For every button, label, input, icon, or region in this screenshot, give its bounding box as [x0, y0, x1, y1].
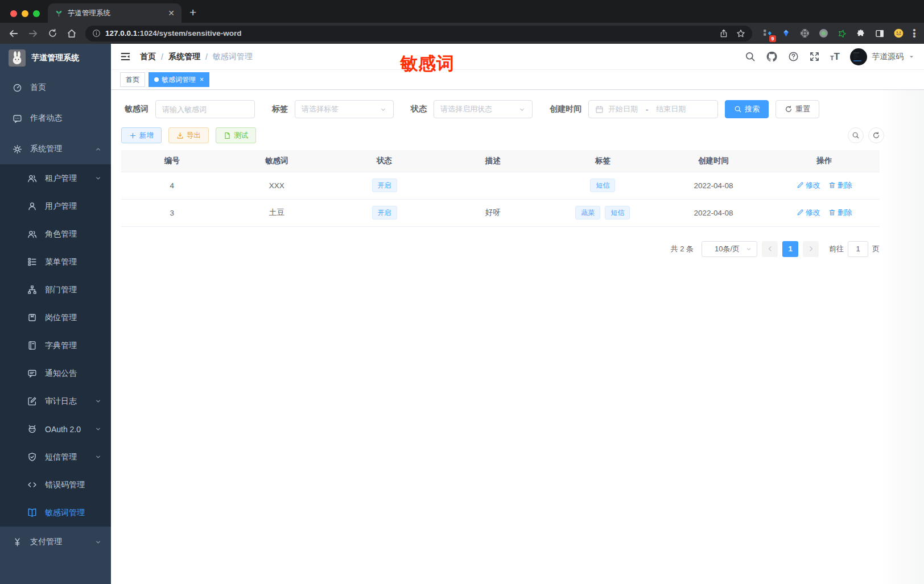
sidebar-item-post[interactable]: 岗位管理: [0, 304, 111, 332]
sidebar-item-menu[interactable]: 菜单管理: [0, 248, 111, 276]
sidebar-item-audit-log[interactable]: 审计日志: [0, 387, 111, 415]
tag-select[interactable]: 请选择标签: [295, 100, 394, 118]
refresh-table-button[interactable]: [868, 127, 884, 143]
edit-button[interactable]: 修改: [797, 180, 820, 190]
sidebar-item-label: 岗位管理: [45, 313, 77, 323]
puzzle-extensions-icon[interactable]: [854, 27, 868, 40]
export-button[interactable]: 导出: [168, 127, 209, 143]
sidebar-item-notice[interactable]: 通知公告: [0, 359, 111, 387]
recorder-extension-icon[interactable]: [816, 27, 830, 40]
date-range-picker[interactable]: 开始日期 - 结束日期: [588, 100, 718, 118]
sidebar-item-sms[interactable]: 短信管理: [0, 443, 111, 471]
url-text[interactable]: 127.0.0.1:1024/system/sensitive-word: [105, 29, 715, 38]
macos-window-controls[interactable]: [0, 10, 48, 23]
user-menu[interactable]: 芋道源码: [850, 48, 915, 65]
search-button[interactable]: 搜索: [725, 100, 769, 118]
delete-button[interactable]: 删除: [828, 208, 852, 218]
rabbit-logo: [9, 49, 26, 67]
test-button[interactable]: 测试: [216, 127, 256, 143]
sidebar-item-error-code[interactable]: 错误码管理: [0, 471, 111, 499]
url-bar[interactable]: 127.0.0.1:1024/system/sensitive-word: [85, 26, 752, 42]
sidebar-item-pay[interactable]: 支付管理: [0, 527, 111, 557]
active-dot: [154, 77, 159, 82]
extension-strip: 9 •••: [757, 27, 918, 40]
status-select[interactable]: 请选择启用状态: [434, 100, 533, 118]
sidebar-menu: 首页作者动态系统管理租户管理用户管理角色管理菜单管理部门管理岗位管理字典管理通知…: [0, 72, 111, 584]
reset-button[interactable]: 重置: [776, 100, 819, 118]
sidebar-item-user[interactable]: 用户管理: [0, 192, 111, 220]
command-extension-icon[interactable]: [798, 27, 811, 40]
annotation-overlay-text: 敏感词: [400, 52, 455, 76]
tags-view-tab[interactable]: 首页: [120, 72, 145, 87]
share-icon[interactable]: [719, 29, 728, 38]
chevron-up-icon: [94, 146, 102, 153]
sidebar-item-role[interactable]: 角色管理: [0, 220, 111, 248]
navbar: 首页 / 系统管理 / 敏感词管理 TT 芋道源码: [111, 44, 924, 70]
column-header: 编号: [121, 150, 223, 172]
font-size-icon[interactable]: TT: [830, 52, 840, 61]
chevron-down-icon: [94, 539, 102, 546]
next-page-button[interactable]: [803, 241, 819, 257]
green-star-extension-icon[interactable]: [835, 27, 849, 40]
sidebar-item-oauth2[interactable]: OAuth 2.0: [0, 415, 111, 443]
emoji-profile-icon[interactable]: [892, 27, 905, 40]
dashboard-icon: [13, 83, 22, 93]
keyword-input-wrap: [155, 100, 255, 118]
site-info-icon[interactable]: [92, 29, 101, 38]
prev-page-button[interactable]: [762, 241, 778, 257]
sidebar-item-dept[interactable]: 部门管理: [0, 276, 111, 304]
sidebar-item-sensitive-word[interactable]: 敏感词管理: [0, 499, 111, 527]
sidebar-item-home[interactable]: 首页: [0, 72, 111, 103]
tags-view-tab[interactable]: 敏感词管理×: [148, 72, 209, 87]
org-chart-icon: [27, 285, 37, 295]
tab-close-icon[interactable]: ✕: [168, 9, 175, 17]
breadcrumb-system[interactable]: 系统管理: [168, 52, 200, 62]
sidebar-item-author-news[interactable]: 作者动态: [0, 103, 111, 134]
close-window-button[interactable]: [10, 10, 17, 17]
kite-extension-icon[interactable]: [779, 27, 793, 40]
delete-button[interactable]: 删除: [828, 180, 852, 190]
back-icon[interactable]: [5, 24, 23, 43]
app-logo-row[interactable]: 芋道管理系统: [0, 44, 111, 72]
tab-manager-extension-icon[interactable]: 9: [760, 27, 774, 40]
chevron-down-icon: [94, 453, 102, 461]
username: 芋道源码: [872, 52, 904, 62]
sidebar-item-system[interactable]: 系统管理: [0, 134, 111, 164]
breadcrumb-home[interactable]: 首页: [140, 52, 156, 62]
sidebar-item-dict[interactable]: 字典管理: [0, 332, 111, 359]
keyword-input[interactable]: [162, 105, 248, 114]
current-page[interactable]: 1: [782, 241, 798, 257]
goto-page-input[interactable]: [848, 241, 868, 257]
github-icon[interactable]: [766, 51, 778, 63]
home-icon[interactable]: [63, 24, 81, 43]
sidebar-fold-icon[interactable]: [120, 51, 131, 62]
forward-icon[interactable]: [24, 24, 42, 43]
help-icon[interactable]: [788, 51, 799, 62]
show-search-button[interactable]: [848, 127, 864, 143]
search-icon: [734, 105, 742, 113]
browser-tab[interactable]: 芋道管理系统 ✕: [48, 3, 182, 23]
sidebar-item-label: 短信管理: [45, 452, 77, 462]
column-header: 标签: [547, 150, 658, 172]
edit-button[interactable]: 修改: [797, 208, 820, 218]
side-panel-icon[interactable]: [873, 27, 886, 40]
header-search-icon[interactable]: [745, 51, 756, 62]
new-tab-button[interactable]: +: [189, 6, 196, 19]
browser-menu-icon[interactable]: •••: [910, 28, 918, 38]
maximize-window-button[interactable]: [33, 10, 40, 17]
cell-tags: 短信: [547, 172, 658, 199]
sidebar-item-tenant[interactable]: 租户管理: [0, 164, 111, 192]
cell-id: 4: [121, 172, 223, 199]
add-button[interactable]: 新增: [121, 127, 162, 143]
reload-icon[interactable]: [43, 24, 61, 43]
page-size-select[interactable]: 10条/页: [702, 241, 757, 257]
tag-pill: 短信: [605, 206, 630, 219]
date-end: 结束日期: [656, 104, 686, 114]
close-icon[interactable]: ×: [200, 76, 204, 84]
sensitive-word-table: 编号敏感词状态描述标签创建时间操作 4XXX开启短信2022-04-08修改删除…: [121, 150, 880, 227]
minimize-window-button[interactable]: [22, 10, 28, 17]
bookmark-star-icon[interactable]: [736, 29, 745, 38]
sidebar-item-label: 菜单管理: [45, 257, 77, 267]
fullscreen-icon[interactable]: [809, 51, 820, 62]
sidebar-item-label: 用户管理: [45, 201, 77, 212]
